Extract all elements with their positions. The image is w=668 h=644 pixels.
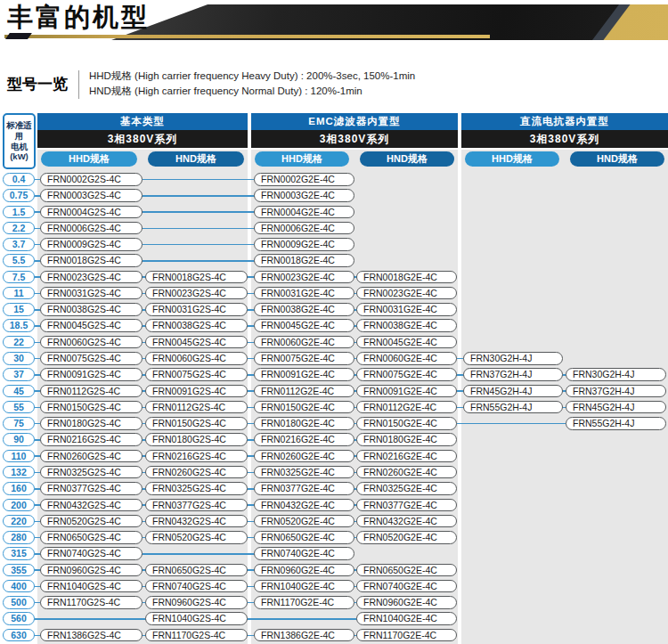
- model-pill: FRN0003G2E-4C: [254, 189, 354, 202]
- connector-line: [140, 211, 257, 213]
- kw-pill: 160: [3, 482, 35, 495]
- kw-pill: 5.5: [3, 254, 35, 267]
- model-pill: FRN0180G2S-4C: [145, 433, 248, 446]
- model-pill: FRN1170G2E-4C: [254, 596, 354, 609]
- model-pill: FRN1386G2E-4C: [254, 629, 354, 642]
- model-pill: FRN0325G2S-4C: [145, 482, 248, 495]
- group-basic-title: 基本类型: [37, 113, 248, 130]
- model-pill: FRN0075G2S-4C: [40, 352, 143, 365]
- model-pill: FRN1040G2E-4C: [254, 580, 354, 593]
- model-pill: FRN0520G2E-4C: [356, 531, 457, 544]
- model-pill: FRN0023G2S-4C: [40, 271, 143, 284]
- kw-pill: 15: [3, 303, 35, 316]
- model-pill: FRN0216G2S-4C: [145, 450, 248, 463]
- model-pill: FRN0075G2E-4C: [254, 352, 354, 365]
- kw-pill: 18.5: [3, 319, 35, 332]
- model-pill: FRN0060G2S-4C: [40, 336, 143, 349]
- model-pill: FRN0740G2E-4C: [254, 547, 354, 560]
- kw-pill: 90: [3, 433, 35, 446]
- model-pill: FRN0180G2E-4C: [254, 417, 354, 430]
- model-pill: FRN0112G2E-4C: [254, 385, 354, 398]
- model-pill: FRN0650G2E-4C: [356, 564, 457, 577]
- model-pill: FRN0045G2E-4C: [254, 319, 354, 332]
- model-pill: FRN0006G2E-4C: [254, 222, 354, 235]
- kw-pill: 560: [3, 612, 35, 625]
- gold-underline: [4, 35, 490, 38]
- model-list-section: 型号一览 HHD规格 (High carrier frequency Heavy…: [0, 68, 668, 105]
- section-title: 型号一览: [7, 74, 68, 94]
- page-title: 丰富的机型: [7, 0, 150, 36]
- model-pill: FRN0150G2E-4C: [356, 417, 457, 430]
- model-pill: FRN0112G2E-4C: [356, 401, 457, 414]
- model-pill: FRN0180G2S-4C: [40, 417, 143, 430]
- group-emc-title: EMC滤波器内置型: [251, 113, 458, 130]
- group-dc-title: 直流电抗器内置型: [461, 113, 668, 130]
- model-pill: FRN0023G2E-4C: [254, 271, 354, 284]
- group-emc-series: 3相380V系列: [251, 130, 458, 148]
- model-pill: FRN0038G2E-4C: [254, 303, 354, 316]
- model-pill: FRN0325G2E-4C: [356, 482, 457, 495]
- model-pill: FRN0031G2E-4C: [356, 303, 457, 316]
- model-pill: FRN0377G2E-4C: [254, 482, 354, 495]
- model-pill: FRN0260G2S-4C: [145, 466, 248, 479]
- model-pill: FRN55G2H-4J: [566, 417, 666, 430]
- model-pill: FRN0377G2E-4C: [356, 499, 457, 512]
- model-pill: FRN45G2H-4J: [566, 401, 666, 414]
- model-pill: FRN0018G2E-4C: [356, 271, 457, 284]
- model-pill: FRN0432G2E-4C: [254, 499, 354, 512]
- model-pill: FRN0377G2S-4C: [145, 499, 248, 512]
- model-pill: FRN0023G2E-4C: [356, 287, 457, 300]
- model-pill: FRN1040G2E-4C: [356, 612, 457, 625]
- kw-pill: 280: [3, 531, 35, 544]
- model-pill: FRN0150G2S-4C: [40, 401, 143, 414]
- model-pill: FRN0650G2E-4C: [254, 531, 354, 544]
- model-pill: FRN0650G2S-4C: [40, 531, 143, 544]
- model-pill: FRN1386G2S-4C: [40, 629, 143, 642]
- model-pill: FRN0377G2S-4C: [40, 482, 143, 495]
- model-pill: FRN0520G2S-4C: [40, 515, 143, 528]
- gold-underline-cap: [5, 33, 32, 39]
- model-pill: FRN30G2H-4J: [566, 368, 666, 381]
- connector-line: [454, 423, 568, 425]
- model-pill: FRN0004G2E-4C: [254, 206, 354, 219]
- kw-pill: 30: [3, 352, 35, 365]
- hhd-header-pill: HHD规格: [465, 151, 559, 167]
- model-pill: FRN0325G2E-4C: [254, 466, 354, 479]
- model-pill: FRN0060G2S-4C: [145, 352, 248, 365]
- model-pill: FRN0325G2S-4C: [40, 466, 143, 479]
- kw-pill: 500: [3, 596, 35, 609]
- kw-pill: 0.4: [3, 173, 35, 186]
- kw-pill: 55: [3, 401, 35, 414]
- model-pill: FRN0520G2S-4C: [145, 531, 248, 544]
- model-pill: FRN30G2H-4J: [463, 352, 563, 365]
- catalog-page: 丰富的机型 型号一览 HHD规格 (High carrier frequency…: [0, 0, 668, 644]
- model-pill: FRN0091G2E-4C: [356, 385, 457, 398]
- hnd-header-pill: HND规格: [148, 151, 244, 167]
- connector-line: [140, 553, 257, 555]
- model-pill: FRN0740G2E-4C: [356, 580, 457, 593]
- model-pill: FRN0150G2E-4C: [254, 401, 354, 414]
- kw-pill: 22: [3, 336, 35, 349]
- model-pill: FRN0180G2E-4C: [356, 433, 457, 446]
- connector-line: [140, 244, 257, 246]
- kw-pill: 2.2: [3, 222, 35, 235]
- model-pill: FRN0960G2E-4C: [356, 596, 457, 609]
- model-pill: FRN0038G2S-4C: [145, 319, 248, 332]
- model-pill: FRN0091G2S-4C: [40, 368, 143, 381]
- model-pill: FRN1040G2S-4C: [145, 612, 248, 625]
- model-pill: FRN1170G2S-4C: [145, 629, 248, 642]
- hnd-header-pill: HND规格: [360, 151, 454, 167]
- model-pill: FRN1170G2S-4C: [40, 596, 143, 609]
- hhd-header-pill: HHD规格: [41, 151, 137, 167]
- table-body: 0.4FRN0002G2S-4CFRN0002G2E-4C0.75FRN0003…: [0, 172, 668, 644]
- model-pill: FRN0112G2S-4C: [145, 401, 248, 414]
- kw-pill: 355: [3, 564, 35, 577]
- hnd-header-pill: HND规格: [570, 151, 664, 167]
- model-pill: FRN0018G2S-4C: [40, 254, 143, 267]
- kw-pill: 110: [3, 450, 35, 463]
- model-pill: FRN0432G2S-4C: [145, 515, 248, 528]
- kw-column-header: 标准适用 电机 (kW): [3, 113, 36, 169]
- connector-line: [245, 618, 359, 620]
- model-pill: FRN37G2H-4J: [566, 385, 666, 398]
- kw-header-line: (kW): [10, 151, 29, 162]
